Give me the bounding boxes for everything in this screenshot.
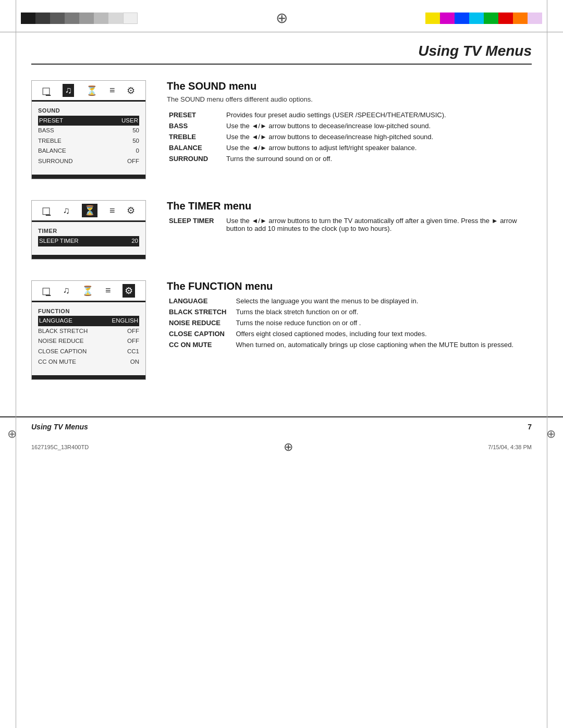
function-def-closecaption: Offers eight closed captioned modes, inc… (234, 328, 532, 339)
function-def-blackstretch: Turns the black stretch function on or o… (234, 306, 532, 317)
channel-icon: ≡ (109, 85, 115, 96)
picture-icon-f: □̲ (42, 285, 51, 297)
swatch-r6 (498, 13, 513, 24)
function-desc-noisereduce: NOISE REDUCE Turns the noise reduce func… (167, 317, 532, 328)
function-menu-bottom-bar (32, 375, 145, 379)
sound-term-treble: TREBLE (167, 131, 224, 142)
sound-term-preset: PRESET (167, 109, 224, 120)
swatch-r5 (484, 13, 498, 24)
sound-term-bass: BASS (167, 120, 224, 131)
swatch-r2 (440, 13, 455, 24)
swatch-4 (65, 13, 79, 24)
sound-icon: ♫ (63, 84, 74, 97)
timer-icon-f: ⏳ (82, 285, 93, 297)
sound-icon-f: ♫ (63, 285, 70, 296)
doc-bottom: 1627195C_13R400TD ⊕ 7/15/04, 4:38 PM (0, 436, 563, 458)
sound-heading: The SOUND menu (167, 80, 532, 92)
function-def-noisereduce: Turns the noise reduce function on or of… (234, 317, 532, 328)
sound-icon-t: ♫ (63, 205, 70, 216)
left-edge-line (16, 0, 16, 728)
function-menu-row-3: CLOSE CAPTIONCC1 (38, 347, 139, 357)
swatch-r7 (513, 13, 528, 24)
function-menu-icons: □̲ ♫ ⏳ ≡ ⚙ (32, 281, 145, 302)
function-menu-row-2: NOISE REDUCEOFF (38, 336, 139, 347)
timer-heading: The TIMER menu (167, 200, 532, 212)
channel-icon-t: ≡ (109, 205, 115, 216)
sound-intro: The SOUND menu offers different audio op… (167, 95, 532, 103)
swatch-3 (50, 13, 65, 24)
swatch-2 (35, 13, 50, 24)
timer-menu-box: □̲ ♫ ⏳ ≡ ⚙ TIMER SLEEP TIMER20 (31, 200, 146, 259)
function-icon-f: ⚙ (123, 284, 135, 298)
sound-menu-label: SOUND (38, 106, 139, 116)
swatch-r4 (469, 13, 484, 24)
sound-menu-row-3: BALANCE0 (38, 146, 139, 156)
function-menu-label: FUNCTION (38, 306, 139, 316)
page-title: Using TV Menus (31, 43, 532, 65)
function-def-language: Selects the language you want the menus … (234, 295, 532, 306)
function-menu-row-1: BLACK STRETCHOFF (38, 326, 139, 337)
sound-desc-bass: BASS Use the ◄/► arrow buttons to deceas… (167, 120, 532, 131)
left-swatches (21, 13, 138, 24)
swatch-7 (108, 13, 123, 24)
top-crosshair: ⊕ (153, 9, 410, 27)
swatch-r3 (455, 13, 469, 24)
sound-def-treble: Use the ◄/► arrow buttons to decease/inc… (224, 131, 532, 142)
sound-term-surround: SURROUND (167, 153, 224, 164)
timer-icon: ⏳ (86, 85, 97, 96)
page-footer: Using TV Menus 7 (0, 416, 563, 436)
sound-menu-row-1: BASS50 (38, 126, 139, 136)
sound-menu-box: □̲ ♫ ⏳ ≡ ⚙ SOUND PRESETUSER BASS50 TREBL… (31, 80, 146, 179)
swatch-1 (21, 13, 35, 24)
function-term-closecaption: CLOSE CAPTION (167, 328, 234, 339)
sound-desc-surround: SURROUND Turns the surround sound on or … (167, 153, 532, 164)
sound-def-surround: Turns the surround sound on or off. (224, 153, 532, 164)
sound-menu-content: SOUND PRESETUSER BASS50 TREBLE50 BALANCE… (32, 102, 145, 170)
footer-page: 7 (528, 423, 532, 431)
sound-menu-bottom-bar (32, 175, 145, 179)
swatch-r8 (528, 13, 542, 24)
timer-section: □̲ ♫ ⏳ ≡ ⚙ TIMER SLEEP TIMER20 The TIMER… (31, 200, 532, 259)
sound-def-balance: Use the ◄/► arrow buttons to adjust left… (224, 142, 532, 153)
function-icon: ⚙ (127, 85, 135, 96)
timer-desc-sleep: SLEEP TIMER Use the ◄/► arrow buttons to… (167, 215, 532, 234)
swatch-6 (94, 13, 108, 24)
function-menu-content: FUNCTION LANGUAGEENGLISH BLACK STRETCHOF… (32, 302, 145, 371)
function-term-cconmute: CC ON MUTE (167, 339, 234, 350)
function-desc-language: LANGUAGE Selects the language you want t… (167, 295, 532, 306)
function-term-blackstretch: BLACK STRETCH (167, 306, 234, 317)
sound-section: □̲ ♫ ⏳ ≡ ⚙ SOUND PRESETUSER BASS50 TREBL… (31, 80, 532, 179)
left-side-crosshair: ⊕ (7, 427, 17, 441)
function-desc-table: LANGUAGE Selects the language you want t… (167, 295, 532, 350)
function-icon-t: ⚙ (127, 205, 135, 216)
timer-desc-table: SLEEP TIMER Use the ◄/► arrow buttons to… (167, 215, 532, 234)
channel-icon-f: ≡ (105, 285, 111, 296)
sound-desc-preset: PRESET Provides four preset audio settin… (167, 109, 532, 120)
sound-def-bass: Use the ◄/► arrow buttons to decease/inc… (224, 120, 532, 131)
function-term-language: LANGUAGE (167, 295, 234, 306)
swatch-5 (79, 13, 94, 24)
picture-icon-t: □̲ (42, 205, 51, 216)
sound-def-preset: Provides four preset audio settings (USE… (224, 109, 532, 120)
function-desc-cconmute: CC ON MUTE When turned on, automatically… (167, 339, 532, 350)
sound-desc-table: PRESET Provides four preset audio settin… (167, 109, 532, 164)
timer-term-sleep: SLEEP TIMER (167, 215, 224, 234)
timer-menu-bottom-bar (32, 255, 145, 259)
top-bar: ⊕ (0, 0, 563, 32)
doc-id: 1627195C_13R400TD (31, 444, 89, 450)
timer-def-sleep: Use the ◄/► arrow buttons to turn the TV… (224, 215, 532, 234)
timer-menu-row-0: SLEEP TIMER20 (38, 236, 139, 246)
sound-desc-treble: TREBLE Use the ◄/► arrow buttons to dece… (167, 131, 532, 142)
doc-date: 7/15/04, 4:38 PM (488, 444, 532, 450)
function-heading: The FUNCTION menu (167, 280, 532, 292)
swatch-r1 (425, 13, 440, 24)
timer-desc: The TIMER menu SLEEP TIMER Use the ◄/► a… (167, 200, 532, 234)
right-edge-line (547, 0, 547, 728)
timer-menu-label: TIMER (38, 226, 139, 236)
function-def-cconmute: When turned on, automatically brings up … (234, 339, 532, 350)
function-section: □̲ ♫ ⏳ ≡ ⚙ FUNCTION LANGUAGEENGLISH BLAC… (31, 280, 532, 380)
page-content: Using TV Menus □̲ ♫ ⏳ ≡ ⚙ SOUND PRESETUS… (0, 32, 563, 411)
picture-icon: □̲ (42, 85, 51, 96)
function-menu-box: □̲ ♫ ⏳ ≡ ⚙ FUNCTION LANGUAGEENGLISH BLAC… (31, 280, 146, 380)
right-side-crosshair: ⊕ (546, 427, 556, 441)
